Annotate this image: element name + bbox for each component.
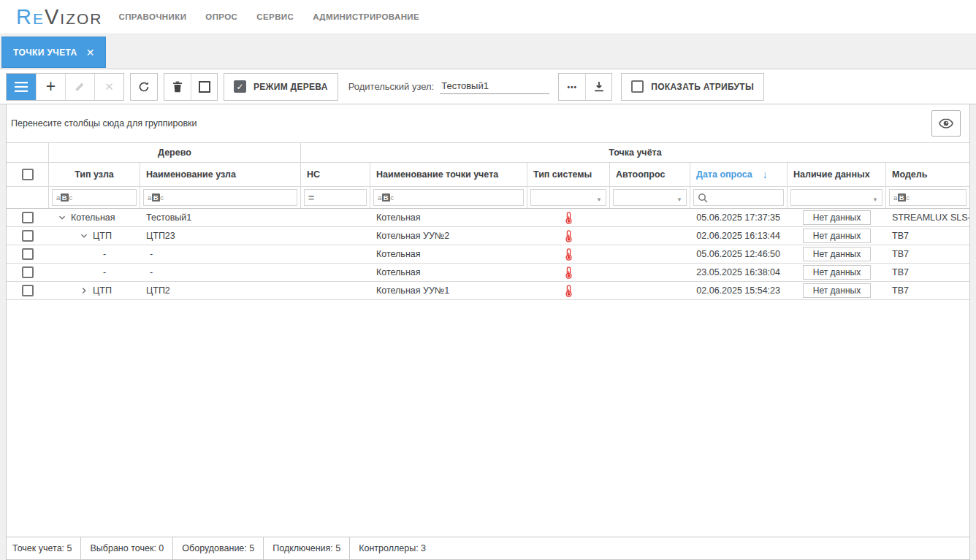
square-select-button[interactable] [191, 74, 217, 100]
point-name-cell: Котельная УУ№2 [370, 227, 527, 245]
table-row[interactable]: Котельная Тестовый1 Котельная 05.06.2025… [7, 209, 969, 227]
show-attributes-toggle[interactable]: ПОКАЗАТЬ АТРИБУТЫ [621, 73, 764, 101]
menu-button[interactable] [7, 74, 36, 100]
group-by-panel[interactable]: Перенесите столбцы сюда для группировки [7, 104, 969, 143]
model-cell: ТВ7 [886, 227, 969, 245]
autopoll-cell [610, 209, 690, 226]
node-name-cell: - [140, 245, 301, 263]
node-name-cell: Тестовый1 [140, 209, 301, 226]
trash-icon [172, 81, 183, 93]
select-all-checkbox[interactable] [22, 169, 34, 180]
download-icon [593, 81, 605, 93]
filter-node-name[interactable]: aBc [140, 187, 301, 209]
status-controllers-count: Контроллеры: 3 [350, 537, 435, 559]
filter-select [7, 187, 49, 209]
row-select-cell [7, 245, 49, 263]
autopoll-cell [610, 264, 690, 281]
filter-autopoll[interactable] [610, 187, 690, 209]
filter-ns[interactable] [301, 187, 370, 209]
chevron-down-icon[interactable] [676, 191, 682, 204]
node-type-cell: - [49, 245, 140, 263]
node-type: ЦТП [93, 285, 112, 296]
column-header-system-type[interactable]: Тип системы [527, 163, 610, 187]
column-header-autopoll[interactable]: Автоопрос [610, 163, 690, 187]
nav-item-polling[interactable]: ОПРОС [205, 12, 237, 21]
status-badge: Нет данных [803, 210, 871, 225]
parent-node-input[interactable] [440, 79, 549, 94]
group-header-tree: Дерево [49, 143, 301, 163]
chevron-down-icon[interactable] [79, 231, 89, 240]
close-icon[interactable] [86, 47, 95, 58]
table-row[interactable]: - - Котельная 05.06.2025 12:46:50 Нет да… [7, 245, 969, 264]
filter-poll-date[interactable] [690, 187, 788, 209]
abc-filter-icon: aBc [56, 193, 72, 202]
thermometer-icon [565, 248, 573, 261]
refresh-button[interactable] [131, 74, 157, 100]
tree-mode-label: РЕЖИМ ДЕРЕВА [253, 82, 328, 92]
chevron-right-icon[interactable] [79, 286, 89, 295]
tree-mode-checkbox[interactable] [234, 80, 246, 93]
column-header-ns[interactable]: НС [301, 163, 370, 187]
column-header-point-name[interactable]: Наименование точки учета [370, 163, 527, 187]
add-button[interactable] [36, 74, 65, 100]
tree-mode-toggle[interactable]: РЕЖИМ ДЕРЕВА [224, 73, 338, 101]
browse-button[interactable] [559, 74, 585, 100]
edit-button-disabled[interactable] [65, 74, 94, 100]
status-selected-count: Выбрано точек: 0 [81, 537, 173, 559]
point-name-cell: Котельная [370, 264, 527, 281]
show-attributes-label: ПОКАЗАТЬ АТРИБУТЫ [651, 82, 754, 92]
row-checkbox[interactable] [22, 248, 34, 260]
model-cell: ТВ7 [886, 264, 969, 281]
chevron-down-icon[interactable] [872, 191, 878, 204]
ellipsis-icon [567, 81, 577, 92]
row-checkbox[interactable] [22, 266, 34, 278]
ns-cell [301, 264, 370, 281]
app-logo: RE VIZOR [16, 5, 102, 29]
pencil-icon [75, 81, 85, 92]
nav-item-directories[interactable]: СПРАВОЧНИКИ [118, 12, 186, 21]
chevron-down-icon[interactable] [57, 213, 67, 222]
filter-system-type[interactable] [527, 187, 610, 209]
filter-point-name[interactable]: aBc [370, 187, 527, 209]
row-select-cell [7, 227, 49, 245]
point-name-cell: Котельная [370, 209, 527, 226]
status-bar: Точек учета: 5 Выбрано точек: 0 Оборудов… [7, 537, 969, 559]
node-type: - [103, 249, 106, 259]
table-row[interactable]: ЦТП ЦТП23 Котельная УУ№2 02.06.2025 16:1… [7, 227, 969, 245]
row-checkbox[interactable] [22, 212, 34, 223]
x-icon [104, 80, 114, 93]
status-badge: Нет данных [803, 229, 871, 243]
nav-item-administration[interactable]: АДМИНИСТРИРОВАНИЕ [313, 12, 419, 21]
chevron-down-icon[interactable] [596, 191, 602, 204]
tab-metering-points[interactable]: ТОЧКИ УЧЕТА [1, 37, 106, 68]
filter-model[interactable]: aBc [886, 187, 969, 209]
row-checkbox[interactable] [22, 230, 34, 242]
status-badge: Нет данных [803, 265, 871, 280]
delete-button-disabled[interactable] [94, 74, 123, 100]
nav-item-service[interactable]: СЕРВИС [256, 12, 294, 21]
download-button[interactable] [585, 74, 611, 100]
column-visibility-button[interactable] [931, 110, 961, 137]
group-header-empty [7, 143, 49, 163]
status-badge: Нет данных [803, 283, 871, 298]
column-header-node-type[interactable]: Тип узла [49, 163, 140, 187]
node-type-cell: Котельная [49, 209, 140, 226]
trash-button[interactable] [164, 74, 191, 100]
logo-secondary: VIZOR [45, 5, 103, 29]
node-name-cell: - [140, 264, 301, 281]
filter-node-type[interactable]: aBc [49, 187, 140, 209]
grid-column-header-row: Тип узла Наименование узла НС Наименован… [7, 163, 969, 187]
autopoll-cell [610, 227, 690, 245]
table-row[interactable]: ЦТП ЦТП2 Котельная УУ№1 02.06.2025 15:54… [7, 282, 969, 300]
square-icon [199, 81, 210, 93]
column-header-node-name[interactable]: Наименование узла [140, 163, 301, 187]
filter-has-data[interactable] [788, 187, 886, 209]
poll-date-cell: 02.06.2025 16:13:44 [690, 227, 788, 245]
row-checkbox[interactable] [22, 285, 34, 296]
column-header-model[interactable]: Модель [886, 163, 969, 187]
show-attributes-checkbox[interactable] [631, 80, 644, 93]
column-header-poll-date[interactable]: Дата опроса [690, 163, 788, 187]
table-row[interactable]: - - Котельная 23.05.2025 16:38:04 Нет да… [7, 264, 969, 282]
column-header-has-data[interactable]: Наличие данных [788, 163, 886, 187]
grid-filter-row: aBc aBc aBc [7, 187, 969, 209]
